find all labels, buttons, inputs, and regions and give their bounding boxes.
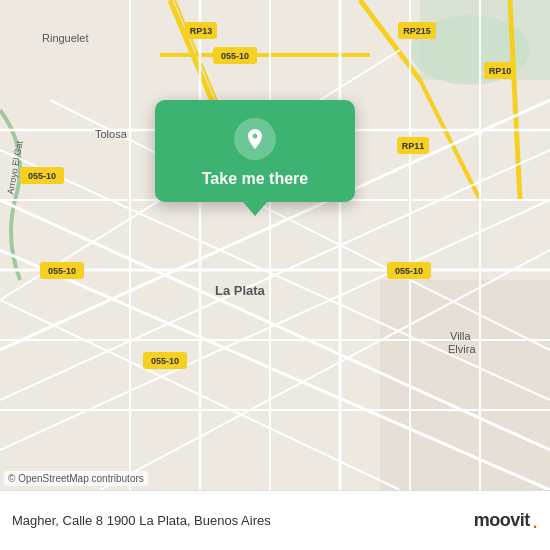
map-container: 055-10 055-10 055-10 055-10 055-10 RP13 … xyxy=(0,0,550,490)
svg-text:Ringuelet: Ringuelet xyxy=(42,32,88,44)
map-svg: 055-10 055-10 055-10 055-10 055-10 RP13 … xyxy=(0,0,550,490)
svg-text:Tolosa: Tolosa xyxy=(95,128,128,140)
svg-text:055-10: 055-10 xyxy=(28,171,56,181)
svg-text:RP11: RP11 xyxy=(402,141,425,151)
moovit-logo: moovit . xyxy=(474,508,538,534)
svg-text:RP13: RP13 xyxy=(190,26,213,36)
moovit-logo-text: moovit xyxy=(474,510,530,531)
osm-attribution: © OpenStreetMap contributors xyxy=(4,471,148,486)
svg-text:La Plata: La Plata xyxy=(215,283,266,298)
moovit-logo-dot: . xyxy=(532,508,538,534)
svg-text:Elvira: Elvira xyxy=(448,343,476,355)
location-pin-icon xyxy=(234,118,276,160)
take-me-there-card[interactable]: Take me there xyxy=(155,100,355,202)
svg-text:055-10: 055-10 xyxy=(48,266,76,276)
svg-text:Villa: Villa xyxy=(450,330,471,342)
bottom-bar: Magher, Calle 8 1900 La Plata, Buenos Ai… xyxy=(0,490,550,550)
address-text: Magher, Calle 8 1900 La Plata, Buenos Ai… xyxy=(12,513,474,528)
svg-text:055-10: 055-10 xyxy=(395,266,423,276)
svg-text:RP215: RP215 xyxy=(403,26,431,36)
svg-text:055-10: 055-10 xyxy=(221,51,249,61)
svg-text:055-10: 055-10 xyxy=(151,356,179,366)
take-me-there-label: Take me there xyxy=(202,170,308,188)
svg-text:RP10: RP10 xyxy=(489,66,512,76)
